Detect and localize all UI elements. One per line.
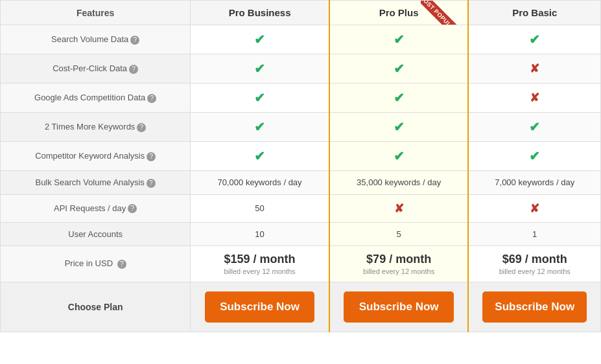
cross-icon: ✘: [394, 202, 404, 215]
pro-business-amount: $159 / month: [224, 253, 296, 266]
cross-icon: ✘: [530, 202, 539, 215]
feature-info-icon-2[interactable]: ?: [147, 94, 156, 103]
cross-icon: ✘: [530, 62, 539, 75]
pricing-label-cell: Price in USD ?: [1, 245, 191, 282]
pricing-label: Price in USD: [65, 258, 113, 268]
feature-cell-3: 2 Times More Keywords?: [1, 113, 191, 142]
feature-label-0: Search Volume Data: [51, 34, 128, 44]
feature-label-7: User Accounts: [68, 229, 123, 239]
pro-basic-header: Pro Basic: [468, 1, 600, 25]
feature-label-3: 2 Times More Keywords: [45, 122, 135, 131]
cross-icon: ✘: [530, 91, 539, 104]
choose-plan-cell: Choose Plan: [1, 282, 191, 332]
feature-info-icon-6[interactable]: ?: [128, 204, 137, 213]
feature-info-icon-5[interactable]: ?: [147, 179, 156, 188]
pro-business-header: Pro Business: [191, 1, 329, 25]
value-text: 7,000 keywords / day: [495, 177, 574, 187]
pro-business-price: $159 / month billed every 12 months: [191, 245, 329, 282]
pro-plus-price: $79 / month billed every 12 months: [329, 245, 469, 282]
pro-business-cta-cell: Subscribe Now: [191, 282, 329, 332]
pro-business-billing: billed every 12 months: [198, 267, 320, 275]
features-header: Features: [1, 1, 191, 25]
value-text: 50: [255, 203, 264, 213]
pro-plus-subscribe-button[interactable]: Subscribe Now: [344, 291, 454, 323]
pro-basic-billing: billed every 12 months: [477, 267, 593, 275]
check-icon: ✔: [529, 120, 540, 134]
value-text: 10: [255, 229, 264, 239]
feature-cell-6: API Requests / day?: [1, 194, 191, 222]
check-icon: ✔: [394, 32, 405, 47]
feature-label-2: Google Ads Competition Data: [34, 93, 145, 102]
most-popular-ribbon: MOST POPULAR!: [421, 1, 467, 25]
feature-info-icon-3[interactable]: ?: [137, 123, 146, 132]
value-text: 5: [397, 229, 401, 239]
pro-plus-billing: billed every 12 months: [338, 267, 460, 275]
feature-info-icon-0[interactable]: ?: [130, 36, 139, 45]
check-icon: ✔: [529, 149, 540, 163]
pro-basic-cta-cell: Subscribe Now: [468, 282, 600, 332]
pro-basic-amount: $69 / month: [502, 253, 567, 266]
pro-plus-amount: $79 / month: [366, 253, 431, 266]
value-text: 70,000 keywords / day: [218, 177, 302, 187]
feature-cell-1: Cost-Per-Click Data?: [1, 54, 191, 84]
value-text: 1: [532, 229, 537, 239]
most-popular-badge-container: MOST POPULAR!: [421, 1, 467, 25]
check-icon: ✔: [254, 120, 265, 134]
pro-basic-subscribe-button[interactable]: Subscribe Now: [482, 291, 587, 323]
check-icon: ✔: [394, 120, 405, 134]
check-icon: ✔: [254, 149, 265, 163]
feature-label-4: Competitor Keyword Analysis: [35, 151, 145, 161]
pro-plus-title: Pro Plus: [379, 7, 419, 18]
feature-cell-4: Competitor Keyword Analysis?: [1, 142, 191, 171]
feature-info-icon-4[interactable]: ?: [147, 152, 156, 161]
value-text: 35,000 keywords / day: [357, 177, 441, 187]
check-icon: ✔: [529, 32, 540, 47]
pro-business-subscribe-button[interactable]: Subscribe Now: [205, 291, 315, 323]
check-icon: ✔: [254, 32, 265, 47]
pro-plus-cta-cell: Subscribe Now: [329, 282, 469, 332]
check-icon: ✔: [394, 91, 405, 105]
feature-cell-2: Google Ads Competition Data?: [1, 84, 191, 113]
check-icon: ✔: [394, 62, 405, 76]
check-icon: ✔: [254, 91, 265, 105]
feature-label-1: Cost-Per-Click Data: [53, 63, 127, 73]
check-icon: ✔: [394, 149, 405, 163]
pro-basic-price: $69 / month billed every 12 months: [468, 245, 600, 282]
feature-cell-0: Search Volume Data?: [1, 25, 191, 54]
choose-plan-label: Choose Plan: [68, 302, 123, 312]
check-icon: ✔: [254, 62, 265, 76]
feature-label-5: Bulk Search Volume Analysis: [35, 177, 144, 187]
pro-plus-header: Pro Plus MOST POPULAR!: [329, 1, 469, 25]
feature-cell-5: Bulk Search Volume Analysis?: [1, 171, 191, 195]
feature-info-icon-1[interactable]: ?: [129, 65, 138, 74]
feature-label-6: API Requests / day: [54, 203, 126, 213]
feature-cell-7: User Accounts: [1, 222, 191, 245]
pricing-info-icon[interactable]: ?: [117, 260, 126, 269]
